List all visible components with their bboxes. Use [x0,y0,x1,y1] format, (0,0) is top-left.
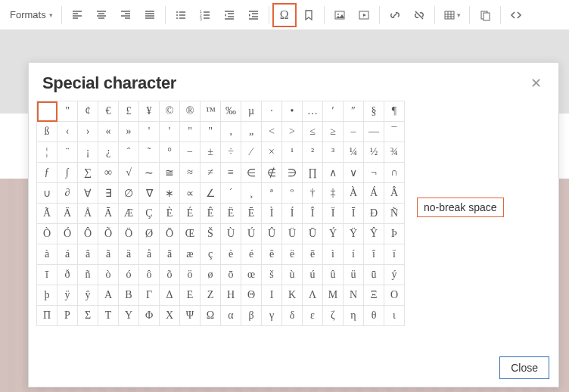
character-cell[interactable]: Υ [119,306,139,326]
character-cell[interactable]: µ [241,101,262,122]
character-cell[interactable]: õ [160,265,180,285]
character-cell[interactable]: ¹ [282,142,303,163]
character-cell[interactable]: › [78,122,98,142]
character-cell[interactable]: Ü [282,224,303,244]
character-cell[interactable]: Η [221,285,241,306]
character-cell[interactable]: ç [201,244,221,265]
character-cell[interactable]: · [262,101,282,122]
character-cell[interactable]: Ý [323,224,344,244]
character-cell[interactable]: ™ [201,101,221,122]
character-cell[interactable]: γ [262,306,282,326]
character-cell[interactable]: Ζ [201,285,221,306]
character-cell[interactable]: ò [98,265,119,285]
character-cell[interactable]: ∀ [78,183,98,204]
character-cell[interactable]: ∫ [58,163,78,183]
character-cell[interactable]: Ē [241,204,262,224]
character-cell[interactable]: Ð [364,204,384,224]
character-cell[interactable]: Ô [78,224,98,244]
bookmark-button[interactable] [297,3,321,27]
character-cell[interactable]: • [282,101,303,122]
character-cell[interactable]: ú [303,265,323,285]
character-cell[interactable]: α [221,306,241,326]
character-cell[interactable]: Ì [262,204,282,224]
character-cell[interactable]: Φ [139,306,160,326]
character-cell[interactable]: ō [221,265,241,285]
character-cell[interactable]: š [262,265,282,285]
character-cell[interactable]: Ú [241,224,262,244]
character-cell[interactable]: ý [384,265,405,285]
character-cell[interactable]: Ã [37,204,58,224]
character-cell[interactable]: ≠ [201,163,221,183]
character-cell[interactable]: ¬ [364,163,384,183]
character-cell[interactable]: ¿ [98,142,119,163]
character-cell[interactable]: ⁄ [241,142,262,163]
character-cell[interactable]: ι [384,306,405,326]
character-cell[interactable]: ë [282,244,303,265]
character-cell[interactable]: ÷ [221,142,241,163]
character-cell[interactable]: ∃ [98,183,119,204]
character-cell[interactable]: Β [119,285,139,306]
character-cell[interactable]: ° [160,142,180,163]
character-cell[interactable]: ≈ [180,163,201,183]
character-cell[interactable]: Í [282,204,303,224]
character-cell[interactable]: ² [303,142,323,163]
unlink-button[interactable] [407,3,431,27]
character-cell[interactable]: ¢ [78,101,98,122]
character-cell[interactable]: ē [303,244,323,265]
character-cell[interactable]: Ξ [364,285,384,306]
character-cell[interactable]: Ī [344,204,364,224]
character-cell[interactable]: ī [37,265,58,285]
close-icon[interactable]: ✕ [527,73,545,93]
character-cell[interactable]: ä [119,244,139,265]
character-cell[interactable]: Ŷ [364,224,384,244]
character-cell[interactable]: Ò [37,224,58,244]
character-cell[interactable]: ¨ [58,142,78,163]
character-cell[interactable]: æ [180,244,201,265]
character-cell[interactable]: Λ [303,285,323,306]
character-cell[interactable]: ã [98,244,119,265]
character-cell[interactable]: ∈ [241,163,262,183]
character-cell[interactable]: ð [58,265,78,285]
character-cell[interactable]: þ [37,285,58,306]
character-cell[interactable]: ® [180,101,201,122]
character-cell[interactable]: " [58,101,78,122]
character-cell[interactable]: í [344,244,364,265]
character-cell[interactable]: ÿ [58,285,78,306]
paste-button[interactable] [473,3,497,27]
character-cell[interactable]: Τ [98,306,119,326]
character-cell[interactable]: ´ [221,183,241,204]
character-cell[interactable]: ö [180,265,201,285]
character-cell[interactable]: ì [323,244,344,265]
character-cell[interactable]: ¾ [384,142,405,163]
indent-button[interactable] [241,3,266,27]
character-cell[interactable]: ∩ [384,163,405,183]
character-cell[interactable]: ≅ [160,163,180,183]
character-cell[interactable]: Õ [98,224,119,244]
character-cell[interactable]: Ï [323,204,344,224]
character-cell[interactable]: … [303,101,323,122]
character-cell[interactable]: Ā [98,204,119,224]
character-cell[interactable]: Ÿ [344,224,364,244]
character-cell[interactable]: Ι [262,285,282,306]
character-cell[interactable]: ¯ [384,122,405,142]
character-cell[interactable]: Χ [160,306,180,326]
character-cell[interactable]: ∼ [139,163,160,183]
character-cell[interactable]: ¸ [241,183,262,204]
character-cell[interactable]: ‡ [323,183,344,204]
character-cell[interactable]: Θ [241,285,262,306]
character-cell[interactable]: Α [98,285,119,306]
character-cell[interactable]: ï [384,244,405,265]
character-cell[interactable]: ∉ [262,163,282,183]
character-cell[interactable]: û [323,265,344,285]
character-cell[interactable]: » [119,122,139,142]
character-cell[interactable]: Ū [303,224,323,244]
character-cell[interactable]: > [282,122,303,142]
character-cell[interactable]: ¦ [37,142,58,163]
character-cell[interactable]: Σ [78,306,98,326]
numbered-list-button[interactable]: 123 [193,3,217,27]
character-cell[interactable]: ø [201,265,221,285]
character-cell[interactable]: Κ [282,285,303,306]
character-cell[interactable]: " [180,122,201,142]
character-cell[interactable]: Ö [119,224,139,244]
character-cell[interactable]: ß [37,122,58,142]
